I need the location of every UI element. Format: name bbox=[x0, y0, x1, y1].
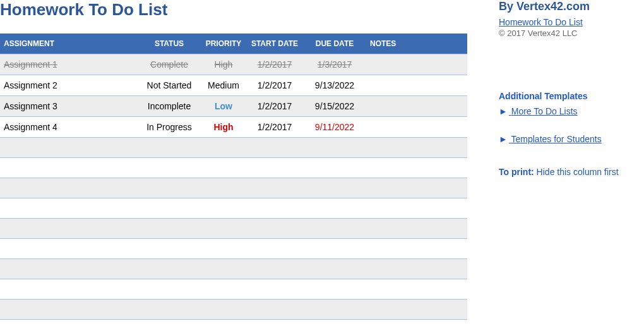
cell-due-date[interactable] bbox=[303, 219, 366, 239]
cell-notes[interactable] bbox=[366, 158, 467, 178]
cell-priority[interactable] bbox=[201, 158, 246, 178]
cell-assignment[interactable] bbox=[0, 198, 138, 219]
cell-due-date[interactable]: 9/11/2022 bbox=[303, 117, 366, 138]
cell-status[interactable] bbox=[138, 198, 201, 219]
additional-templates-heading: Additional Templates bbox=[499, 91, 631, 101]
cell-notes[interactable] bbox=[366, 300, 467, 320]
cell-start-date[interactable]: 1/2/2017 bbox=[246, 117, 303, 138]
page-title: Homework To Do List bbox=[0, 0, 467, 20]
homework-list-link[interactable]: Homework To Do List bbox=[499, 17, 583, 27]
cell-priority[interactable] bbox=[201, 259, 246, 279]
cell-notes[interactable] bbox=[366, 178, 467, 198]
cell-assignment[interactable]: Assignment 3 bbox=[0, 96, 138, 117]
cell-priority[interactable]: Low bbox=[201, 96, 246, 117]
cell-notes[interactable] bbox=[366, 138, 467, 158]
more-todo-lists-label: More To Do Lists bbox=[511, 106, 578, 116]
cell-assignment[interactable] bbox=[0, 158, 138, 178]
cell-start-date[interactable] bbox=[246, 279, 303, 300]
cell-notes[interactable] bbox=[366, 219, 467, 239]
cell-assignment[interactable]: Assignment 4 bbox=[0, 117, 138, 138]
cell-status[interactable] bbox=[138, 158, 201, 178]
cell-due-date[interactable] bbox=[303, 138, 366, 158]
cell-start-date[interactable] bbox=[246, 178, 303, 198]
cell-priority[interactable] bbox=[201, 300, 246, 320]
table-row[interactable] bbox=[0, 219, 467, 239]
cell-status[interactable] bbox=[138, 300, 201, 320]
table-row[interactable] bbox=[0, 300, 467, 320]
table-row[interactable] bbox=[0, 239, 467, 259]
cell-notes[interactable] bbox=[366, 239, 467, 259]
cell-notes[interactable] bbox=[366, 259, 467, 279]
templates-students-link[interactable]: ► Templates for Students bbox=[499, 134, 631, 144]
cell-assignment[interactable] bbox=[0, 239, 138, 259]
cell-assignment[interactable] bbox=[0, 138, 138, 158]
cell-due-date[interactable] bbox=[303, 198, 366, 219]
cell-due-date[interactable] bbox=[303, 300, 366, 320]
cell-status[interactable] bbox=[138, 178, 201, 198]
cell-status[interactable]: Not Started bbox=[138, 75, 201, 96]
cell-start-date[interactable] bbox=[246, 198, 303, 219]
homework-table: Assignment Status Priority Start Date Du… bbox=[0, 33, 467, 320]
cell-start-date[interactable]: 1/2/2017 bbox=[246, 96, 303, 117]
cell-status[interactable]: Complete bbox=[138, 54, 201, 75]
cell-status[interactable]: Incomplete bbox=[138, 96, 201, 117]
table-row[interactable]: Assignment 3IncompleteLow1/2/20179/15/20… bbox=[0, 96, 467, 117]
cell-start-date[interactable] bbox=[246, 300, 303, 320]
cell-assignment[interactable]: Assignment 1 bbox=[0, 54, 138, 75]
cell-due-date[interactable] bbox=[303, 158, 366, 178]
cell-notes[interactable] bbox=[366, 279, 467, 300]
table-row[interactable] bbox=[0, 178, 467, 198]
cell-assignment[interactable] bbox=[0, 279, 138, 300]
cell-due-date[interactable]: 1/3/2017 bbox=[303, 54, 366, 75]
cell-due-date[interactable] bbox=[303, 259, 366, 279]
cell-notes[interactable] bbox=[366, 117, 467, 138]
cell-assignment[interactable]: Assignment 2 bbox=[0, 75, 138, 96]
cell-due-date[interactable]: 9/13/2022 bbox=[303, 75, 366, 96]
cell-status[interactable] bbox=[138, 259, 201, 279]
cell-due-date[interactable] bbox=[303, 279, 366, 300]
cell-start-date[interactable]: 1/2/2017 bbox=[246, 75, 303, 96]
cell-priority[interactable] bbox=[201, 138, 246, 158]
table-row[interactable] bbox=[0, 198, 467, 219]
table-row[interactable]: Assignment 1CompleteHigh1/2/20171/3/2017 bbox=[0, 54, 467, 75]
cell-start-date[interactable] bbox=[246, 239, 303, 259]
cell-assignment[interactable] bbox=[0, 178, 138, 198]
cell-priority[interactable] bbox=[201, 279, 246, 300]
table-row[interactable]: Assignment 2Not StartedMedium1/2/20179/1… bbox=[0, 75, 467, 96]
cell-due-date[interactable] bbox=[303, 239, 366, 259]
cell-priority[interactable] bbox=[201, 219, 246, 239]
cell-priority[interactable] bbox=[201, 198, 246, 219]
table-row[interactable] bbox=[0, 259, 467, 279]
cell-start-date[interactable] bbox=[246, 259, 303, 279]
cell-status[interactable] bbox=[138, 219, 201, 239]
cell-due-date[interactable]: 9/15/2022 bbox=[303, 96, 366, 117]
cell-status[interactable] bbox=[138, 138, 201, 158]
cell-notes[interactable] bbox=[366, 75, 467, 96]
cell-notes[interactable] bbox=[366, 198, 467, 219]
more-todo-lists-link[interactable]: ► More To Do Lists bbox=[499, 106, 631, 116]
cell-notes[interactable] bbox=[366, 96, 467, 117]
cell-start-date[interactable]: 1/2/2017 bbox=[246, 54, 303, 75]
table-row[interactable] bbox=[0, 138, 467, 158]
cell-start-date[interactable] bbox=[246, 158, 303, 178]
cell-priority[interactable] bbox=[201, 239, 246, 259]
cell-notes[interactable] bbox=[366, 54, 467, 75]
cell-start-date[interactable] bbox=[246, 138, 303, 158]
cell-assignment[interactable] bbox=[0, 219, 138, 239]
col-status: Status bbox=[138, 33, 201, 54]
cell-status[interactable] bbox=[138, 279, 201, 300]
cell-status[interactable]: In Progress bbox=[138, 117, 201, 138]
print-note: To print: Hide this column first bbox=[499, 167, 631, 177]
table-row[interactable] bbox=[0, 158, 467, 178]
table-row[interactable] bbox=[0, 279, 467, 300]
cell-assignment[interactable] bbox=[0, 300, 138, 320]
table-row[interactable]: Assignment 4In ProgressHigh1/2/20179/11/… bbox=[0, 117, 467, 138]
cell-assignment[interactable] bbox=[0, 259, 138, 279]
cell-status[interactable] bbox=[138, 239, 201, 259]
cell-priority[interactable] bbox=[201, 178, 246, 198]
cell-priority[interactable]: High bbox=[201, 117, 246, 138]
cell-priority[interactable]: High bbox=[201, 54, 246, 75]
cell-start-date[interactable] bbox=[246, 219, 303, 239]
cell-priority[interactable]: Medium bbox=[201, 75, 246, 96]
cell-due-date[interactable] bbox=[303, 178, 366, 198]
